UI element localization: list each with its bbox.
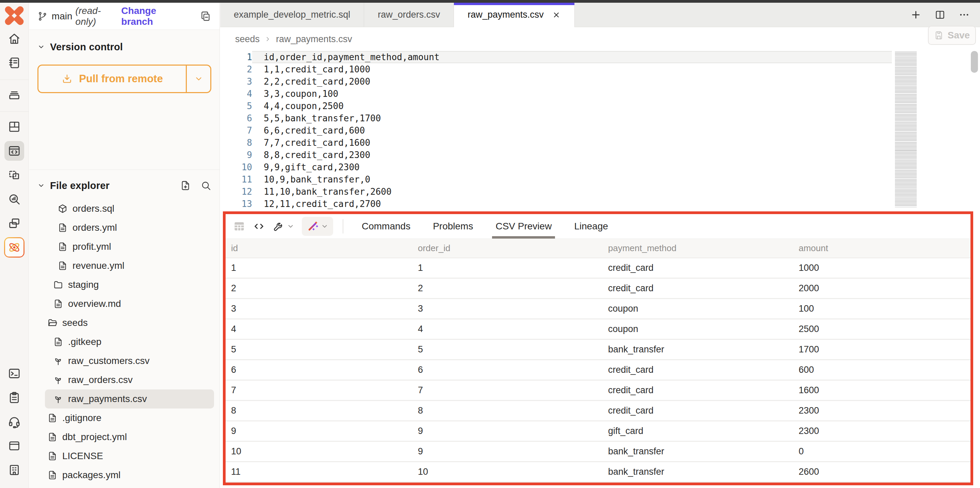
line-text: 8,8,credit_card,2300 xyxy=(252,149,892,161)
table-row[interactable]: 33coupon100 xyxy=(226,299,970,320)
table-row[interactable]: 44coupon2500 xyxy=(226,320,970,340)
plus-button[interactable] xyxy=(910,9,921,21)
code-line-5[interactable]: 54,4,coupon,2500 xyxy=(220,100,892,112)
column-header-payment_method[interactable]: payment_method xyxy=(608,243,799,254)
file-doc-icon xyxy=(53,337,63,347)
code-line-2[interactable]: 21,1,credit_card,1000 xyxy=(220,63,892,76)
table-row[interactable]: 109bank_transfer0 xyxy=(226,442,970,462)
file-doc-icon xyxy=(57,223,68,233)
activity-notebook-button[interactable] xyxy=(0,51,29,75)
panel-tab-problems[interactable]: Problems xyxy=(433,214,473,239)
code-line-4[interactable]: 43,3,coupon,100 xyxy=(220,88,892,100)
results-table-button[interactable] xyxy=(233,220,245,233)
dbt-logo[interactable] xyxy=(3,5,25,27)
activity-building-button[interactable] xyxy=(0,458,29,482)
file-item-raw_payments.csv[interactable]: raw_payments.csv xyxy=(45,390,214,409)
file-item-revenue.yml[interactable]: revenue.yml xyxy=(29,256,220,275)
editor-minimap[interactable] xyxy=(895,52,917,207)
activity-terminal-button[interactable] xyxy=(0,361,29,385)
table-row[interactable]: 66credit_card600 xyxy=(226,360,970,380)
activity-clipboard-button[interactable] xyxy=(0,385,29,409)
activity-atom-button[interactable] xyxy=(0,235,29,259)
activity-windows-button[interactable] xyxy=(0,211,29,235)
file-item-.gitkeep[interactable]: .gitkeep xyxy=(29,332,220,352)
tab-raw_orders.csv[interactable]: raw_orders.csv xyxy=(364,3,454,27)
code-editor[interactable]: 1id,order_id,payment_method,amount21,1,c… xyxy=(220,51,980,211)
panel-tab-commands[interactable]: Commands xyxy=(362,214,410,239)
file-item-dbt_project.yml[interactable]: dbt_project.yml xyxy=(29,428,220,447)
panel-tab-lineage[interactable]: Lineage xyxy=(574,214,608,239)
table-row[interactable]: 55bank_transfer1700 xyxy=(226,340,970,360)
code-line-8[interactable]: 87,7,credit_card,1600 xyxy=(220,136,892,149)
table-row[interactable]: 1110bank_transfer2600 xyxy=(226,462,970,483)
table-row[interactable]: 11credit_card1000 xyxy=(226,258,970,279)
column-header-id[interactable]: id xyxy=(231,243,418,254)
code-line-13[interactable]: 1312,11,credit_card,2700 xyxy=(220,198,892,210)
activity-search-insights-button[interactable] xyxy=(0,187,29,211)
table-cell: 7 xyxy=(231,385,418,396)
table-row[interactable]: 22credit_card2000 xyxy=(226,279,970,299)
pull-options-button[interactable] xyxy=(186,66,210,92)
chevron-down-icon[interactable] xyxy=(37,43,45,51)
code-line-6[interactable]: 65,5,bank_transfer,1700 xyxy=(220,112,892,124)
ellipsis-button[interactable] xyxy=(959,9,970,21)
activity-stack-button[interactable] xyxy=(0,82,29,107)
activity-browser-button[interactable] xyxy=(0,434,29,458)
change-branch-link[interactable]: Change branch xyxy=(121,5,190,27)
file-item-LICENSE[interactable]: LICENSE xyxy=(29,447,220,466)
table-cell: gift_card xyxy=(608,426,799,436)
activity-home-button[interactable] xyxy=(0,27,29,51)
file-item-raw_customers.csv[interactable]: raw_customers.csv xyxy=(29,352,220,371)
model-cube-icon xyxy=(57,204,68,214)
save-button[interactable]: Save xyxy=(928,26,976,45)
split-view-button[interactable] xyxy=(934,9,946,21)
code-line-7[interactable]: 76,6,credit_card,600 xyxy=(220,124,892,136)
code-line-11[interactable]: 1110,9,bank_transfer,0 xyxy=(220,173,892,185)
file-item-raw_orders.csv[interactable]: raw_orders.csv xyxy=(29,371,220,390)
tab-raw_payments.csv[interactable]: raw_payments.csv xyxy=(454,3,575,27)
stack-icon xyxy=(8,88,21,101)
activity-code-window-button[interactable] xyxy=(0,139,29,163)
breadcrumb-item[interactable]: seeds xyxy=(235,34,259,44)
copy-icon[interactable] xyxy=(200,11,211,22)
table-cell: bank_transfer xyxy=(608,446,799,457)
file-item-seeds[interactable]: seeds xyxy=(29,313,220,332)
chevron-down-icon[interactable] xyxy=(37,182,45,189)
build-options-button[interactable] xyxy=(272,220,294,233)
file-item-overview.md[interactable]: overview.md xyxy=(29,294,220,313)
activity-grid-layout-button[interactable] xyxy=(0,114,29,139)
file-item-profit.yml[interactable]: profit.yml xyxy=(29,237,220,256)
file-item-orders.yml[interactable]: orders.yml xyxy=(29,218,220,237)
file-item-.gitignore[interactable]: .gitignore xyxy=(29,409,220,428)
code-view-button[interactable] xyxy=(253,220,265,233)
file-doc-icon xyxy=(53,299,63,309)
line-number: 12 xyxy=(220,185,252,198)
table-row[interactable]: 99gift_card2300 xyxy=(226,421,970,442)
activity-headset-button[interactable] xyxy=(0,409,29,434)
building-icon xyxy=(8,463,21,477)
line-number: 1 xyxy=(220,51,252,63)
editor-scrollbar[interactable] xyxy=(971,51,978,73)
file-item-packages.yml[interactable]: packages.yml xyxy=(29,466,220,485)
pull-from-remote-button[interactable]: Pull from remote xyxy=(37,65,211,93)
code-line-10[interactable]: 109,9,gift_card,2300 xyxy=(220,161,892,173)
search-icon[interactable] xyxy=(200,180,211,191)
file-item-staging[interactable]: staging xyxy=(29,275,220,294)
ai-assist-button[interactable] xyxy=(302,217,333,236)
table-row[interactable]: 77credit_card1600 xyxy=(226,380,970,401)
table-row[interactable]: 88credit_card2300 xyxy=(226,401,970,421)
activity-frame-select-button[interactable] xyxy=(0,163,29,187)
breadcrumb-item[interactable]: raw_payments.csv xyxy=(276,34,352,44)
column-header-amount[interactable]: amount xyxy=(799,243,970,254)
code-line-9[interactable]: 98,8,credit_card,2300 xyxy=(220,149,892,161)
tab-example_develop_metric.sql[interactable]: example_develop_metric.sql xyxy=(220,3,364,27)
column-header-order_id[interactable]: order_id xyxy=(418,243,608,254)
new-file-icon[interactable] xyxy=(180,180,191,191)
panel-tab-csv-preview[interactable]: CSV Preview xyxy=(495,214,552,239)
code-line-3[interactable]: 32,2,credit_card,2000 xyxy=(220,76,892,88)
code-line-1[interactable]: 1id,order_id,payment_method,amount xyxy=(220,51,892,63)
code-line-12[interactable]: 1211,10,bank_transfer,2600 xyxy=(220,185,892,198)
file-item-orders.sql[interactable]: orders.sql xyxy=(29,199,220,218)
git-branch-icon xyxy=(37,11,48,21)
close-tab-icon[interactable] xyxy=(552,11,561,19)
